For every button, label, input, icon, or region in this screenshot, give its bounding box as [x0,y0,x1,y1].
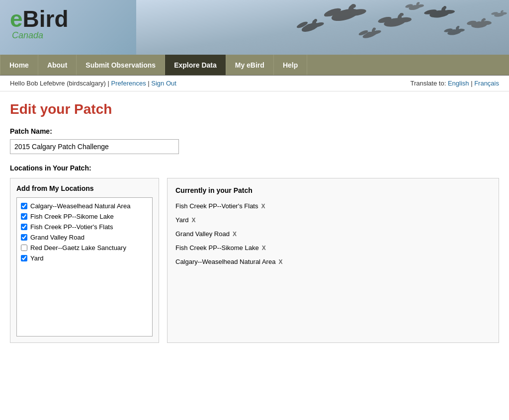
location-checkbox-loc6[interactable] [21,255,27,261]
list-item: Fish Creek PP--Votier's FlatsX [175,199,491,213]
main-nav: Home About Submit Observations Explore D… [0,55,509,76]
nav-submit-observations[interactable]: Submit Observations [77,55,165,75]
current-location-label: Grand Valley Road [175,230,230,238]
add-locations-panel: Add from My Locations Calgary--Weaselhea… [10,178,159,343]
svg-point-30 [483,18,486,21]
location-checkbox-loc4[interactable] [21,234,27,241]
currently-in-label: Currently in your Patch [175,186,491,194]
svg-point-36 [373,28,376,30]
sign-out-link[interactable]: Sign Out [151,80,176,87]
nav-explore-data[interactable]: Explore Data [165,55,226,75]
page-title: Edit your Patch [10,101,499,117]
location-checkbox-loc1[interactable] [21,203,27,209]
patch-name-input[interactable] [10,139,179,154]
location-checkbox-loc5[interactable] [21,245,27,251]
location-label: Red Deer--Gaetz Lake Sanctuary [30,244,126,252]
list-item: Grand Valley RoadX [175,227,491,241]
site-header: eBird Canada [0,0,509,55]
logo-bird: Bird [23,6,69,32]
logo-e: e [10,6,23,32]
list-item: Red Deer--Gaetz Lake Sanctuary [20,243,149,253]
user-bar: Hello Bob Lefebvre (birdscalgary) | Pref… [0,76,509,91]
remove-location-button[interactable]: X [262,245,266,252]
list-item: Calgary--Weaselhead Natural AreaX [175,255,491,269]
current-location-label: Fish Creek PP--Sikome Lake [175,244,259,252]
list-item: Fish Creek PP--Sikome LakeX [175,241,491,255]
my-locations-list: Calgary--Weaselhead Natural AreaFish Cre… [16,197,153,336]
list-item: Fish Creek PP--Votier's Flats [20,222,149,232]
location-checkbox-loc3[interactable] [21,224,27,230]
separator-1: | [108,80,111,87]
svg-rect-0 [136,0,509,55]
nav-my-ebird[interactable]: My eBird [226,55,274,75]
remove-location-button[interactable]: X [278,258,282,265]
remove-location-button[interactable]: X [261,203,265,210]
current-location-label: Calgary--Weaselhead Natural Area [175,258,275,265]
locations-container: Add from My Locations Calgary--Weaselhea… [10,178,499,343]
logo-ebird: eBird [10,7,69,30]
svg-point-18 [314,19,317,22]
svg-point-12 [400,13,404,16]
list-item: Grand Valley Road [20,232,149,243]
header-birds-image [136,0,509,55]
remove-location-button[interactable]: X [192,217,196,224]
svg-point-24 [443,6,446,9]
svg-point-48 [457,26,460,28]
location-label: Fish Creek PP--Sikome Lake [30,213,114,220]
logo-canada: Canada [12,30,69,41]
list-item: Fish Creek PP--Sikome Lake [20,211,149,222]
translate-section: Translate to: English | Français [410,80,499,87]
nav-help[interactable]: Help [274,55,307,75]
list-item: YardX [175,213,491,227]
svg-point-42 [418,2,420,4]
list-item: Yard [20,253,149,263]
user-greeting: Hello Bob Lefebvre (birdscalgary) [10,80,106,87]
main-content: Edit your Patch Patch Name: Locations in… [0,91,509,353]
remove-location-button[interactable]: X [233,231,237,238]
french-link[interactable]: Français [474,80,499,87]
nav-about[interactable]: About [38,55,77,75]
translate-label: Translate to: [410,80,446,87]
nav-home[interactable]: Home [0,55,38,75]
locations-label: Locations in Your Patch: [10,164,499,172]
list-item: Calgary--Weaselhead Natural Area [20,201,149,211]
current-location-label: Fish Creek PP--Votier's Flats [175,202,258,210]
location-label: Calgary--Weaselhead Natural Area [30,202,130,210]
svg-point-54 [502,10,504,12]
location-label: Yard [30,254,44,262]
location-label: Grand Valley Road [30,234,85,241]
add-from-label: Add from My Locations [16,184,153,192]
logo[interactable]: eBird Canada [10,7,69,41]
current-location-label: Yard [175,216,189,224]
patch-name-label: Patch Name: [10,127,499,135]
current-patch-panel: Currently in your Patch Fish Creek PP--V… [167,178,499,343]
preferences-link[interactable]: Preferences [111,80,146,87]
svg-point-6 [351,4,356,8]
location-label: Fish Creek PP--Votier's Flats [30,223,113,231]
user-info: Hello Bob Lefebvre (birdscalgary) | Pref… [10,80,176,87]
english-link[interactable]: English [448,80,469,87]
location-checkbox-loc2[interactable] [21,213,27,220]
